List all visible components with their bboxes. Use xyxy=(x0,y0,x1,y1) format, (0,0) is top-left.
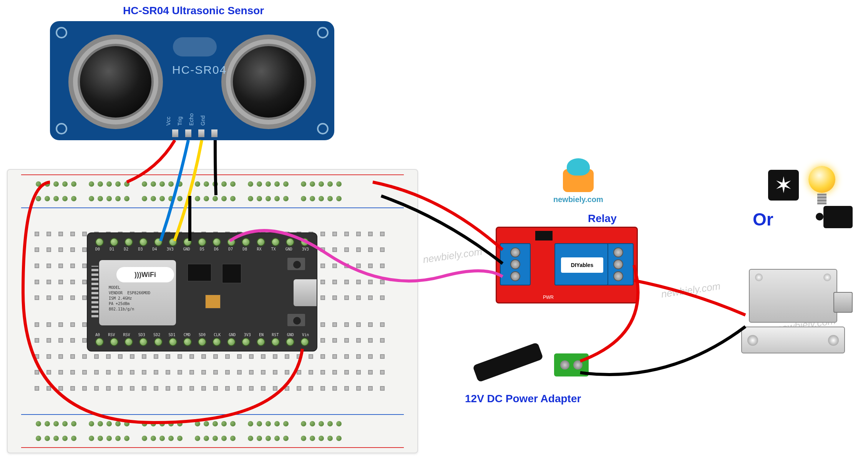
wifi-logo: ))) WiFi xyxy=(116,267,174,282)
dc-screw-terminal xyxy=(554,353,589,376)
breadboard-rail-bottom xyxy=(21,416,404,446)
shield-text: MODEL VENDOR ESP8266MOD ISM 2.4GHz PA +2… xyxy=(109,285,150,312)
load-devices: Or xyxy=(753,166,853,230)
relay-jumper xyxy=(535,231,553,240)
wire-relay-no-load-red xyxy=(634,280,745,315)
dc-power-adapter xyxy=(473,338,589,384)
solenoid-lock xyxy=(737,269,853,353)
bulb-icon xyxy=(807,166,837,204)
ultrasonic-model-text: HC-SR04 xyxy=(172,63,227,76)
wire-dcminus-load-black xyxy=(580,327,745,375)
transducer-left xyxy=(68,35,163,129)
micro-usb-port xyxy=(294,279,317,306)
watermark: newbiely.com xyxy=(422,245,483,265)
chip-ams1117 xyxy=(188,264,211,281)
relay-title-label: Relay xyxy=(588,212,617,225)
ultrasonic-sensor: HC-SR04 Vcc Trig Echo Gnd xyxy=(50,21,334,140)
relay-pwr-label: PWR xyxy=(543,295,554,300)
relay-input-terminal xyxy=(500,243,531,285)
relay-cube: DIYables xyxy=(554,243,608,285)
reset-button xyxy=(287,313,306,327)
transducer-right xyxy=(221,35,316,129)
newbiely-logo: newbiely.com xyxy=(553,169,603,204)
breadboard-rail-top xyxy=(21,177,404,206)
fan-icon xyxy=(768,170,799,201)
watermark: newbiely.com xyxy=(661,280,721,300)
pump-icon xyxy=(823,206,853,228)
chip-cp2102 xyxy=(222,264,241,283)
relay-module: DIYables PWR xyxy=(496,227,638,303)
nodemcu-esp8266: D0D1D2D3D43V3GNDD5D6D7D8RXTXGND3V3 A0RSV… xyxy=(87,232,317,352)
relay-brand-label: DIYables xyxy=(561,257,603,273)
ultrasonic-pin-labels: Vcc Trig Echo Gnd xyxy=(165,113,206,126)
ultrasonic-title-label: HC-SR04 Ultrasonic Sensor xyxy=(123,5,264,17)
dc-adapter-label: 12V DC Power Adapter xyxy=(465,393,581,405)
dc-barrel-plug xyxy=(473,342,544,383)
flash-button xyxy=(287,257,306,271)
wifi-antenna-icon xyxy=(91,266,98,320)
chip-capacitor xyxy=(205,295,221,308)
or-text: Or xyxy=(753,209,773,230)
owl-icon xyxy=(563,169,594,192)
logo-text: newbiely.com xyxy=(553,195,603,204)
esp8266-shield: ))) WiFi MODEL VENDOR ESP8266MOD ISM 2.4… xyxy=(99,260,176,325)
